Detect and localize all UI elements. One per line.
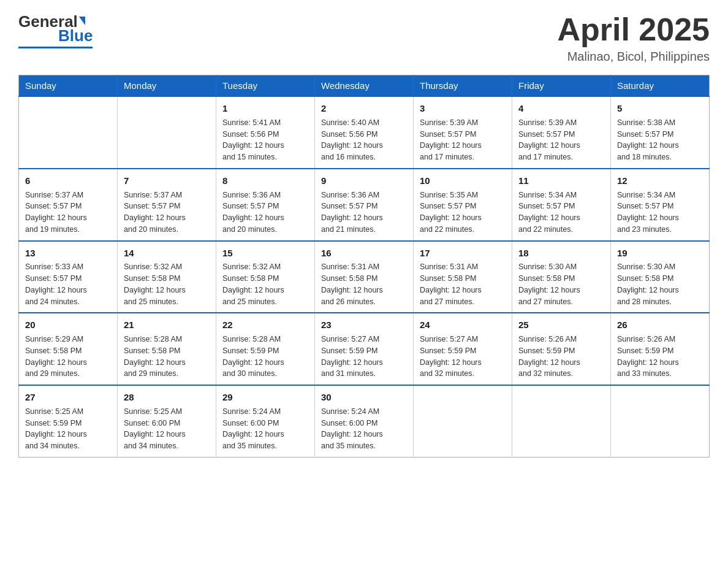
day-cell-10: 10Sunrise: 5:35 AM Sunset: 5:57 PM Dayli…	[414, 169, 512, 241]
day-number: 3	[420, 102, 506, 115]
day-info: Sunrise: 5:36 AM Sunset: 5:57 PM Dayligh…	[222, 190, 308, 236]
day-cell-5: 5Sunrise: 5:38 AM Sunset: 5:57 PM Daylig…	[611, 96, 710, 169]
day-info: Sunrise: 5:28 AM Sunset: 5:58 PM Dayligh…	[124, 334, 210, 380]
day-number: 22	[222, 318, 308, 332]
calendar-table: SundayMondayTuesdayWednesdayThursdayFrid…	[18, 75, 710, 458]
day-cell-13: 13Sunrise: 5:33 AM Sunset: 5:57 PM Dayli…	[19, 241, 118, 313]
day-info: Sunrise: 5:32 AM Sunset: 5:58 PM Dayligh…	[124, 261, 210, 307]
day-info: Sunrise: 5:27 AM Sunset: 5:59 PM Dayligh…	[321, 334, 407, 380]
day-info: Sunrise: 5:36 AM Sunset: 5:57 PM Dayligh…	[321, 190, 407, 236]
day-info: Sunrise: 5:26 AM Sunset: 5:59 PM Dayligh…	[617, 334, 703, 380]
day-cell-21: 21Sunrise: 5:28 AM Sunset: 5:58 PM Dayli…	[118, 313, 216, 385]
day-number: 26	[617, 318, 703, 332]
day-info: Sunrise: 5:38 AM Sunset: 5:57 PM Dayligh…	[617, 117, 703, 163]
day-info: Sunrise: 5:34 AM Sunset: 5:57 PM Dayligh…	[617, 190, 703, 236]
day-cell-1: 1Sunrise: 5:41 AM Sunset: 5:56 PM Daylig…	[216, 96, 315, 169]
day-cell-22: 22Sunrise: 5:28 AM Sunset: 5:59 PM Dayli…	[216, 313, 315, 385]
day-number: 11	[518, 174, 604, 188]
logo-underline	[18, 47, 93, 48]
day-cell-11: 11Sunrise: 5:34 AM Sunset: 5:57 PM Dayli…	[512, 169, 611, 241]
day-number: 10	[420, 174, 506, 188]
weekday-header-friday: Friday	[512, 75, 611, 97]
day-cell-19: 19Sunrise: 5:30 AM Sunset: 5:58 PM Dayli…	[611, 241, 710, 313]
day-number: 7	[124, 174, 210, 188]
logo-blue-text: Blue	[58, 26, 93, 45]
week-row-4: 20Sunrise: 5:29 AM Sunset: 5:58 PM Dayli…	[19, 313, 710, 385]
day-cell-15: 15Sunrise: 5:32 AM Sunset: 5:58 PM Dayli…	[216, 241, 315, 313]
day-info: Sunrise: 5:24 AM Sunset: 6:00 PM Dayligh…	[222, 406, 308, 452]
day-cell-18: 18Sunrise: 5:30 AM Sunset: 5:58 PM Dayli…	[512, 241, 611, 313]
day-number: 5	[617, 102, 703, 115]
day-number: 8	[222, 174, 308, 188]
weekday-header-saturday: Saturday	[611, 75, 710, 97]
day-info: Sunrise: 5:34 AM Sunset: 5:57 PM Dayligh…	[518, 190, 604, 236]
day-cell-9: 9Sunrise: 5:36 AM Sunset: 5:57 PM Daylig…	[315, 169, 414, 241]
day-info: Sunrise: 5:39 AM Sunset: 5:57 PM Dayligh…	[420, 117, 506, 163]
day-number: 6	[25, 174, 111, 188]
day-cell-7: 7Sunrise: 5:37 AM Sunset: 5:57 PM Daylig…	[118, 169, 216, 241]
week-row-5: 27Sunrise: 5:25 AM Sunset: 5:59 PM Dayli…	[19, 385, 710, 457]
day-cell-24: 24Sunrise: 5:27 AM Sunset: 5:59 PM Dayli…	[414, 313, 512, 385]
day-number: 25	[518, 318, 604, 332]
week-row-2: 6Sunrise: 5:37 AM Sunset: 5:57 PM Daylig…	[19, 169, 710, 241]
empty-cell	[414, 385, 512, 457]
day-info: Sunrise: 5:31 AM Sunset: 5:58 PM Dayligh…	[420, 261, 506, 307]
day-info: Sunrise: 5:32 AM Sunset: 5:58 PM Dayligh…	[222, 261, 308, 307]
title-area: April 2025 Malinao, Bicol, Philippines	[557, 12, 710, 64]
week-row-3: 13Sunrise: 5:33 AM Sunset: 5:57 PM Dayli…	[19, 241, 710, 313]
day-number: 21	[124, 318, 210, 332]
day-cell-28: 28Sunrise: 5:25 AM Sunset: 6:00 PM Dayli…	[118, 385, 216, 457]
day-number: 30	[321, 391, 407, 404]
day-info: Sunrise: 5:40 AM Sunset: 5:56 PM Dayligh…	[321, 117, 407, 163]
day-cell-29: 29Sunrise: 5:24 AM Sunset: 6:00 PM Dayli…	[216, 385, 315, 457]
day-info: Sunrise: 5:35 AM Sunset: 5:57 PM Dayligh…	[420, 190, 506, 236]
day-info: Sunrise: 5:24 AM Sunset: 6:00 PM Dayligh…	[321, 406, 407, 452]
day-info: Sunrise: 5:41 AM Sunset: 5:56 PM Dayligh…	[222, 117, 308, 163]
day-cell-23: 23Sunrise: 5:27 AM Sunset: 5:59 PM Dayli…	[315, 313, 414, 385]
weekday-header-sunday: Sunday	[19, 75, 118, 97]
day-number: 28	[124, 391, 210, 404]
header: General Blue April 2025 Malinao, Bicol, …	[18, 12, 710, 64]
day-number: 9	[321, 174, 407, 188]
day-cell-4: 4Sunrise: 5:39 AM Sunset: 5:57 PM Daylig…	[512, 96, 611, 169]
day-number: 23	[321, 318, 407, 332]
day-cell-25: 25Sunrise: 5:26 AM Sunset: 5:59 PM Dayli…	[512, 313, 611, 385]
day-number: 13	[25, 247, 111, 260]
day-cell-12: 12Sunrise: 5:34 AM Sunset: 5:57 PM Dayli…	[611, 169, 710, 241]
empty-cell	[118, 96, 216, 169]
month-title: April 2025	[557, 12, 710, 47]
weekday-header-wednesday: Wednesday	[315, 75, 414, 97]
day-cell-17: 17Sunrise: 5:31 AM Sunset: 5:58 PM Dayli…	[414, 241, 512, 313]
day-number: 1	[222, 102, 308, 115]
day-cell-2: 2Sunrise: 5:40 AM Sunset: 5:56 PM Daylig…	[315, 96, 414, 169]
day-info: Sunrise: 5:27 AM Sunset: 5:59 PM Dayligh…	[420, 334, 506, 380]
day-number: 18	[518, 247, 604, 260]
day-number: 4	[518, 102, 604, 115]
weekday-header-tuesday: Tuesday	[216, 75, 315, 97]
location-title: Malinao, Bicol, Philippines	[557, 50, 710, 64]
day-number: 20	[25, 318, 111, 332]
empty-cell	[611, 385, 710, 457]
day-info: Sunrise: 5:39 AM Sunset: 5:57 PM Dayligh…	[518, 117, 604, 163]
day-info: Sunrise: 5:37 AM Sunset: 5:57 PM Dayligh…	[124, 190, 210, 236]
day-info: Sunrise: 5:30 AM Sunset: 5:58 PM Dayligh…	[518, 261, 604, 307]
day-info: Sunrise: 5:33 AM Sunset: 5:57 PM Dayligh…	[25, 261, 111, 307]
day-number: 15	[222, 247, 308, 260]
day-info: Sunrise: 5:25 AM Sunset: 6:00 PM Dayligh…	[124, 406, 210, 452]
day-number: 24	[420, 318, 506, 332]
weekday-header-row: SundayMondayTuesdayWednesdayThursdayFrid…	[19, 75, 710, 97]
day-number: 16	[321, 247, 407, 260]
day-cell-20: 20Sunrise: 5:29 AM Sunset: 5:58 PM Dayli…	[19, 313, 118, 385]
weekday-header-monday: Monday	[118, 75, 216, 97]
day-number: 14	[124, 247, 210, 260]
day-cell-27: 27Sunrise: 5:25 AM Sunset: 5:59 PM Dayli…	[19, 385, 118, 457]
logo-triangle-icon	[79, 17, 85, 25]
weekday-header-thursday: Thursday	[414, 75, 512, 97]
day-info: Sunrise: 5:37 AM Sunset: 5:57 PM Dayligh…	[25, 190, 111, 236]
day-number: 19	[617, 247, 703, 260]
empty-cell	[19, 96, 118, 169]
day-info: Sunrise: 5:28 AM Sunset: 5:59 PM Dayligh…	[222, 334, 308, 380]
day-number: 12	[617, 174, 703, 188]
day-number: 2	[321, 102, 407, 115]
day-cell-14: 14Sunrise: 5:32 AM Sunset: 5:58 PM Dayli…	[118, 241, 216, 313]
